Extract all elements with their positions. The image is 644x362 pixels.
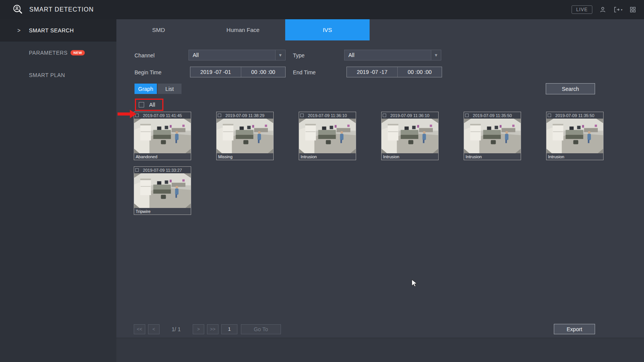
page-number-input[interactable] xyxy=(221,324,237,334)
event-type-label: Intrusion xyxy=(299,154,317,159)
event-card-footer: Missing xyxy=(217,153,273,160)
tab-ivs[interactable]: IVS xyxy=(285,19,370,40)
channel-label: Channel xyxy=(135,52,155,59)
event-card-header: 2019-07-09 11:36:10 xyxy=(382,112,438,119)
event-timestamp: 2019-07-09 11:35:50 xyxy=(464,113,521,118)
end-datetime-input[interactable]: 2019 -07 -17 00 :00 :00 xyxy=(346,67,442,77)
annotation-arrow-icon xyxy=(118,110,137,118)
logout-icon[interactable]: ▾ xyxy=(613,6,622,13)
sidebar: > SMART SEARCH PARAMETERS NEW SMART PLAN xyxy=(0,19,116,362)
user-icon[interactable] xyxy=(599,6,606,13)
event-timestamp: 2019-07-09 11:41:45 xyxy=(134,113,191,118)
event-timestamp: 2019-07-09 11:36:10 xyxy=(299,113,356,118)
tab-human-face[interactable]: Human Face xyxy=(201,19,285,40)
select-all-checkbox[interactable] xyxy=(139,102,144,107)
graph-view-button[interactable]: Graph xyxy=(135,84,157,94)
page-indicator: 1/ 1 xyxy=(162,326,190,332)
mouse-cursor xyxy=(410,279,419,289)
export-button[interactable]: Export xyxy=(554,324,595,334)
cctv-scene-image xyxy=(217,119,273,153)
search-button[interactable]: Search xyxy=(546,83,595,94)
last-page-button[interactable]: >> xyxy=(207,324,219,334)
event-card-header: 2019-07-09 11:41:45 xyxy=(134,112,191,119)
event-type-label: Intrusion xyxy=(464,154,482,159)
event-card[interactable]: 2019-07-09 11:38:29 xyxy=(216,112,274,160)
event-timestamp: 2019-07-09 11:38:29 xyxy=(217,113,273,118)
end-date-field[interactable]: 2019 -07 -17 xyxy=(347,67,398,77)
begin-time-label: Begin Time xyxy=(135,69,161,75)
event-thumbnail[interactable] xyxy=(464,119,521,153)
event-card-footer: Tripwire xyxy=(134,208,191,215)
begin-date-field[interactable]: 2019 -07 -01 xyxy=(190,67,241,77)
type-value: All xyxy=(345,52,431,58)
end-time-field[interactable]: 00 :00 :00 xyxy=(398,67,442,77)
channel-dropdown[interactable]: All ▼ xyxy=(188,50,286,60)
event-thumbnail[interactable] xyxy=(217,119,273,153)
event-card-header: 2019-07-09 11:35:50 xyxy=(464,112,521,119)
select-all-label: All xyxy=(149,102,155,108)
event-card-header: 2019-07-09 11:35:50 xyxy=(546,112,603,119)
event-card-footer: Intrusion xyxy=(464,153,521,160)
sidebar-item-label: SMART SEARCH xyxy=(29,27,74,34)
event-timestamp: 2019-07-09 11:36:10 xyxy=(382,113,438,118)
event-card[interactable]: 2019-07-09 11:35:50 xyxy=(464,112,521,160)
goto-button[interactable]: Go To xyxy=(241,324,281,334)
event-card[interactable]: 2019-07-09 11:36:10 xyxy=(299,112,356,160)
event-thumbnail[interactable] xyxy=(382,119,438,153)
cctv-scene-image xyxy=(299,119,356,153)
cctv-scene-image xyxy=(134,119,191,153)
event-card[interactable]: 2019-07-09 11:41:45 xyxy=(134,112,191,160)
type-dropdown[interactable]: All ▼ xyxy=(344,50,441,60)
event-thumbnail[interactable] xyxy=(546,119,603,153)
event-card[interactable]: 2019-07-09 11:35:50 xyxy=(546,112,604,160)
end-time-label: End Time xyxy=(293,69,316,75)
tab-smd[interactable]: SMD xyxy=(116,19,201,40)
type-label: Type xyxy=(293,52,304,59)
event-card-header: 2019-07-09 11:33:27 xyxy=(134,167,191,173)
grid-qr-icon[interactable] xyxy=(629,6,636,13)
new-badge: NEW xyxy=(71,50,85,55)
event-card-header: 2019-07-09 11:38:29 xyxy=(217,112,273,119)
event-thumbnail[interactable] xyxy=(299,119,356,153)
sidebar-item-smart-search[interactable]: > SMART SEARCH xyxy=(0,19,116,42)
begin-datetime-input[interactable]: 2019 -07 -01 00 :00 :00 xyxy=(190,67,286,77)
smart-detection-logo-icon xyxy=(12,3,24,16)
top-bar: SMART DETECTION LIVE ▾ xyxy=(0,0,644,19)
chevron-right-icon: > xyxy=(17,27,29,34)
event-card-footer: Intrusion xyxy=(382,153,438,160)
next-page-button[interactable]: > xyxy=(193,324,204,334)
select-all-row: All xyxy=(139,102,155,108)
sidebar-item-label: SMART PLAN xyxy=(29,72,65,78)
caret-down-icon: ▾ xyxy=(621,8,622,12)
footer-strip xyxy=(116,338,644,362)
begin-time-field[interactable]: 00 :00 :00 xyxy=(241,67,285,77)
event-card-footer: Abandoned xyxy=(134,153,191,160)
cctv-scene-image xyxy=(382,119,438,153)
dropdown-arrow-icon: ▼ xyxy=(431,50,441,60)
event-timestamp: 2019-07-09 11:33:27 xyxy=(134,168,191,173)
sidebar-item-smart-plan[interactable]: SMART PLAN xyxy=(0,64,116,86)
event-type-label: Intrusion xyxy=(382,154,399,159)
event-type-label: Intrusion xyxy=(546,154,564,159)
cctv-scene-image xyxy=(134,173,191,208)
dropdown-arrow-icon: ▼ xyxy=(275,50,285,60)
list-view-button[interactable]: List xyxy=(158,84,182,94)
event-type-label: Tripwire xyxy=(134,209,151,214)
pagination-bar: << < 1/ 1 > >> Go To xyxy=(134,324,281,334)
tab-bar: SMD Human Face IVS xyxy=(116,19,370,40)
channel-value: All xyxy=(189,52,275,58)
live-button[interactable]: LIVE xyxy=(572,5,592,14)
event-grid: 2019-07-09 11:41:45 xyxy=(134,112,606,215)
event-type-label: Abandoned xyxy=(134,154,157,159)
cctv-scene-image xyxy=(464,119,521,153)
event-card[interactable]: 2019-07-09 11:36:10 xyxy=(381,112,439,160)
sidebar-item-label: PARAMETERS xyxy=(29,50,67,56)
cctv-scene-image xyxy=(546,119,603,153)
event-thumbnail[interactable] xyxy=(134,173,191,208)
prev-page-button[interactable]: < xyxy=(148,324,160,334)
event-card[interactable]: 2019-07-09 11:33:27 xyxy=(134,166,191,215)
sidebar-item-parameters[interactable]: PARAMETERS NEW xyxy=(0,42,116,64)
first-page-button[interactable]: << xyxy=(134,324,145,334)
event-card-header: 2019-07-09 11:36:10 xyxy=(299,112,356,119)
event-thumbnail[interactable] xyxy=(134,119,191,153)
